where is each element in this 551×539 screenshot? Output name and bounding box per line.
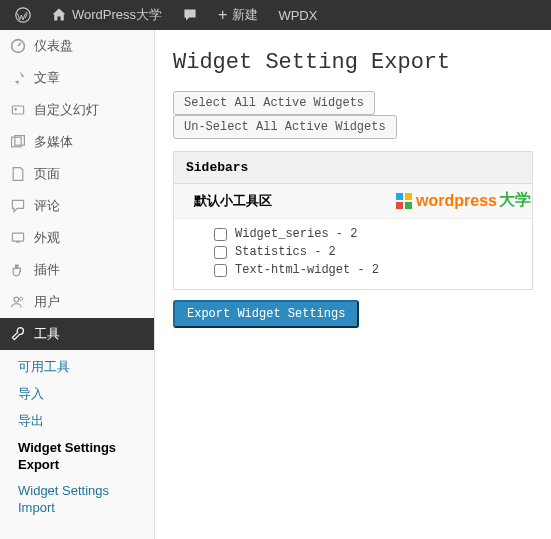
- svg-point-3: [14, 108, 16, 110]
- pin-icon: [10, 70, 26, 86]
- page-title: Widget Setting Export: [173, 50, 533, 75]
- submenu-available-tools[interactable]: 可用工具: [12, 354, 154, 381]
- sidebar-item-pages[interactable]: 页面: [0, 158, 154, 190]
- sidebar-item-label: 外观: [34, 229, 60, 247]
- sidebar-item-label: 插件: [34, 261, 60, 279]
- widget-row: Widget_series - 2: [214, 225, 532, 243]
- submenu-widget-import[interactable]: Widget Settings Import: [12, 478, 154, 522]
- sidebar-item-label: 工具: [34, 325, 60, 343]
- sidebar-item-label: 自定义幻灯: [34, 101, 99, 119]
- submenu-widget-export[interactable]: Widget Settings Export: [12, 435, 154, 479]
- export-button[interactable]: Export Widget Settings: [173, 300, 359, 328]
- wordpress-icon: [15, 7, 31, 23]
- sidebar-item-plugins[interactable]: 插件: [0, 254, 154, 286]
- plugin-icon: [10, 262, 26, 278]
- wpdx-label: WPDX: [278, 8, 317, 23]
- sidebar-item-tools[interactable]: 工具: [0, 318, 154, 350]
- svg-point-8: [14, 297, 19, 302]
- tools-icon: [10, 326, 26, 342]
- admin-sidebar: 仪表盘 文章 自定义幻灯 多媒体 页面 评论 外观 插件: [0, 30, 155, 539]
- sidebar-item-users[interactable]: 用户: [0, 286, 154, 318]
- main-content: Widget Setting Export Select All Active …: [155, 30, 551, 539]
- widget-checkbox[interactable]: [214, 264, 227, 277]
- sidebar-item-settings[interactable]: 设置: [0, 530, 154, 539]
- new-label: 新建: [232, 6, 258, 24]
- sidebar-item-label: 页面: [34, 165, 60, 183]
- media-icon: [10, 134, 26, 150]
- sidebar-item-posts[interactable]: 文章: [0, 62, 154, 94]
- panel-subheader: 默认小工具区: [174, 184, 532, 219]
- sidebar-item-label: 用户: [34, 293, 60, 311]
- dashboard-icon: [10, 38, 26, 54]
- wp-logo[interactable]: [5, 0, 41, 30]
- sidebar-item-label: 评论: [34, 197, 60, 215]
- sidebar-item-comments[interactable]: 评论: [0, 190, 154, 222]
- widget-checkbox[interactable]: [214, 246, 227, 259]
- sidebar-item-appearance[interactable]: 外观: [0, 222, 154, 254]
- unselect-all-button[interactable]: Un-Select All Active Widgets: [173, 115, 397, 139]
- appearance-icon: [10, 230, 26, 246]
- sidebar-item-label: 文章: [34, 69, 60, 87]
- page-icon: [10, 166, 26, 182]
- sidebar-item-label: 仪表盘: [34, 37, 73, 55]
- comment-bubble-icon: [182, 7, 198, 23]
- select-all-button[interactable]: Select All Active Widgets: [173, 91, 375, 115]
- panel-header: Sidebars: [174, 152, 532, 184]
- widget-label: Widget_series - 2: [235, 227, 357, 241]
- sidebar-item-slides[interactable]: 自定义幻灯: [0, 94, 154, 126]
- home-icon: [51, 7, 67, 23]
- tools-submenu: 可用工具 导入 导出 Widget Settings Export Widget…: [0, 350, 154, 530]
- widget-checkbox[interactable]: [214, 228, 227, 241]
- slides-icon: [10, 102, 26, 118]
- admin-topbar: WordPress大学 + 新建 WPDX: [0, 0, 551, 30]
- widget-row: Statistics - 2: [214, 243, 532, 261]
- svg-rect-6: [12, 233, 23, 241]
- svg-rect-2: [12, 106, 23, 114]
- svg-point-9: [20, 297, 23, 300]
- comments-link[interactable]: [172, 0, 208, 30]
- svg-rect-7: [16, 241, 19, 243]
- comments-icon: [10, 198, 26, 214]
- sidebar-item-label: 多媒体: [34, 133, 73, 151]
- wpdx-link[interactable]: WPDX: [268, 0, 327, 30]
- sidebar-item-media[interactable]: 多媒体: [0, 126, 154, 158]
- new-content-link[interactable]: + 新建: [208, 0, 268, 30]
- widget-row: Text-html-widget - 2: [214, 261, 532, 279]
- widget-list: Widget_series - 2 Statistics - 2 Text-ht…: [174, 219, 532, 289]
- widget-label: Text-html-widget - 2: [235, 263, 379, 277]
- sidebars-panel: Sidebars 默认小工具区 Widget_series - 2 Statis…: [173, 151, 533, 290]
- site-name-link[interactable]: WordPress大学: [41, 0, 172, 30]
- users-icon: [10, 294, 26, 310]
- submenu-import[interactable]: 导入: [12, 381, 154, 408]
- widget-label: Statistics - 2: [235, 245, 336, 259]
- submenu-export[interactable]: 导出: [12, 408, 154, 435]
- sidebar-item-dashboard[interactable]: 仪表盘: [0, 30, 154, 62]
- plus-icon: +: [218, 6, 227, 24]
- site-name-label: WordPress大学: [72, 6, 162, 24]
